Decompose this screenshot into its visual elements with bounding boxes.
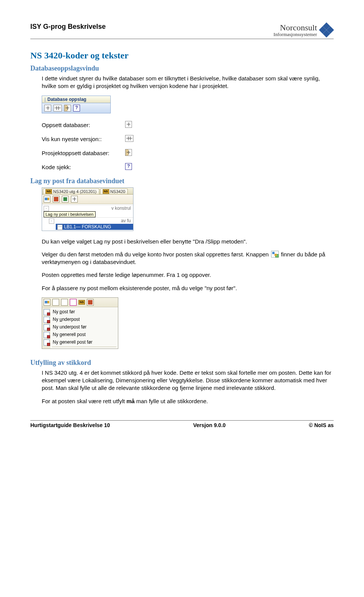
menu-toolbar-icon[interactable] — [87, 299, 94, 306]
menu-item-ny-underpost-for[interactable]: Ny underpost før — [42, 323, 118, 331]
para-stikkord-1: I NS 3420 utg. 4 er det kommet stikkord … — [42, 369, 334, 392]
database-window-screenshot: NS NS3420 utg 4 (201201) NS NS3420 v kon… — [42, 187, 133, 231]
subsection-utfylling-stikkord: Utfylling av stikkord — [30, 359, 334, 367]
text-fragment: For at posten skal være rett utfylt — [42, 398, 126, 404]
para-stikkord-2: For at posten skal være rett utfylt må m… — [42, 397, 334, 405]
def-oppsett-label: Oppsett databaser: — [42, 122, 125, 128]
tree-row[interactable]: v konstrul — [42, 205, 133, 211]
para-lag-ny-post-3: Posten opprettes med første ledige løpen… — [42, 271, 334, 279]
text-fragment: Velger du den først metoden må du velge … — [42, 251, 270, 258]
para-lag-ny-post-2: Velger du den først metoden må du velge … — [42, 251, 334, 266]
menu-item-label: Ny underpost før — [53, 324, 86, 330]
prosjektoppsett-icon — [125, 149, 132, 156]
database-oppslag-toolbar: Database oppslag ? — [42, 96, 111, 113]
tooltip-row: Lag ny post i beskrivelsen — [42, 211, 133, 217]
menu-item-icon — [44, 324, 50, 330]
menu-toolbar-icon[interactable] — [70, 299, 77, 306]
vis-nyeste-versjon-icon[interactable] — [53, 105, 62, 112]
menu-item-label: Ny post før — [53, 309, 75, 314]
kodesjekk-icon[interactable]: ? — [73, 105, 80, 112]
menu-item-label: Ny generell post — [53, 332, 86, 337]
para-lag-ny-post-1: Du kan velge valget Lag ny post i beskri… — [42, 238, 334, 245]
def-kode-label: Kode sjekk: — [42, 164, 125, 170]
footer-left: Hurtigstartguide Beskrivelse 10 — [30, 422, 110, 428]
tab-label: NS3420 — [110, 189, 126, 194]
menu-item-ny-underpost[interactable]: Ny underpost — [42, 316, 118, 323]
logo: Norconsult Informasjonssystemer — [273, 23, 334, 37]
menu-item-label: Ny underpost — [53, 317, 80, 322]
menu-item-label: Ny generell post før — [53, 339, 93, 345]
oppsett-databaser-icon[interactable] — [44, 105, 51, 112]
ns-badge-icon: NS — [103, 189, 109, 194]
toolbar-icon[interactable] — [53, 196, 60, 203]
logo-company-sub: Informasjonssystemer — [273, 32, 317, 37]
footer-right: © NoIS as — [309, 422, 334, 428]
def-vis-label: Vis kun nyeste versjon:: — [42, 136, 125, 142]
ny-post-context-menu: NS Ny post før Ny underpost Ny underpost… — [42, 297, 118, 349]
menu-item-icon — [44, 317, 50, 323]
oppsett-databaser-icon — [125, 121, 132, 128]
toolbar-icon[interactable] — [62, 196, 69, 203]
menu-toolbar-icon[interactable] — [61, 299, 68, 306]
tree-row-text: av fu — [121, 218, 131, 223]
menu-item-ny-generell-post[interactable]: Ny generell post — [42, 331, 118, 338]
expand-icon[interactable] — [57, 225, 63, 230]
logo-icon — [319, 23, 334, 37]
menu-item-icon — [44, 339, 50, 346]
menu-toolbar-icon[interactable] — [52, 299, 59, 306]
document-title: ISY G-prog Beskrivelse — [30, 23, 106, 31]
tree-row-selected[interactable]: LB1.1--- FORSKALING — [56, 224, 133, 230]
page-footer: Hurtigstartguide Beskrivelse 10 Versjon … — [30, 420, 334, 428]
menu-separator — [52, 347, 116, 347]
def-prosjekt-label: Prosjektoppsett databaser: — [42, 150, 125, 156]
definition-list: Oppsett databaser: Vis kun nyeste versjo… — [42, 121, 334, 171]
menu-item-icon — [44, 309, 50, 315]
section-heading: NS 3420-koder og tekster — [30, 50, 334, 61]
lag-ny-post-icon — [271, 251, 279, 258]
tree-row[interactable]: av fu — [42, 217, 133, 224]
lag-ny-post-icon[interactable] — [44, 196, 50, 203]
tree-row-text: v konstrul — [111, 206, 131, 211]
tab-ns3420-utg4[interactable]: NS NS3420 utg 4 (201201) — [43, 189, 99, 194]
menu-item-icon — [44, 332, 50, 338]
ns-badge-icon: NS — [46, 189, 52, 194]
text-fragment: man fylle ut alle stikkordene. — [136, 398, 208, 404]
toolbar-title: Database oppslag — [42, 96, 110, 103]
vis-nyeste-versjon-icon — [125, 135, 133, 142]
prosjektoppsett-icon[interactable] — [64, 105, 71, 112]
para-lag-ny-post-4: For å plassere ny post mellom eksisteren… — [42, 284, 334, 292]
tree-row-text: LB1.1--- FORSKALING — [64, 224, 111, 229]
toolbar-icon[interactable] — [71, 196, 78, 203]
footer-center: Versjon 9.0.0 — [193, 422, 226, 428]
collapse-icon[interactable] — [44, 206, 49, 211]
tooltip-lag-ny-post: Lag ny post i beskrivelsen — [44, 211, 96, 217]
menu-item-ny-generell-post-for[interactable]: Ny generell post før — [42, 338, 118, 346]
ns-badge-icon[interactable]: NS — [78, 300, 85, 305]
subsection-lag-ny-post: Lag ny post fra databasevinduet — [30, 177, 334, 185]
menu-toolbar-icon[interactable] — [44, 299, 50, 306]
collapse-icon[interactable] — [49, 218, 54, 224]
tab-label: NS3420 utg 4 (201201) — [53, 189, 96, 194]
logo-company-name: Norconsult — [273, 24, 317, 32]
kodesjekk-icon: ? — [125, 163, 132, 170]
para-intro: I dette vinduet styrer du hvilke databas… — [42, 75, 334, 90]
tab-ns3420[interactable]: NS NS3420 — [100, 189, 128, 194]
text-bold-ma: må — [126, 398, 135, 404]
page-header: ISY G-prog Beskrivelse Norconsult Inform… — [30, 23, 334, 39]
subsection-databaseoppslagsvindu: Databaseoppslagsvindu — [30, 64, 334, 72]
menu-item-ny-post-for[interactable]: Ny post før — [42, 308, 118, 316]
